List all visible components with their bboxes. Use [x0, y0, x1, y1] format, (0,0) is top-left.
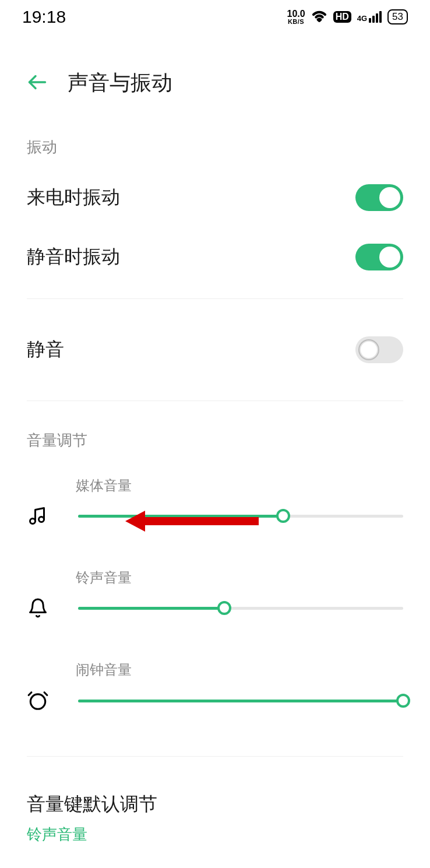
alarm-volume-item: 闹钟音量 [27, 645, 403, 739]
media-volume-item: 媒体音量 [27, 461, 403, 553]
status-bar: 19:18 10.0 KB/S HD 4G 53 [0, 0, 430, 34]
svg-point-3 [30, 694, 45, 709]
row-silent-mode[interactable]: 静音 [0, 311, 430, 389]
hd-icon: HD [333, 11, 351, 23]
media-volume-label: 媒体音量 [76, 476, 403, 495]
ring-volume-item: 铃声音量 [27, 553, 403, 645]
page-title: 声音与振动 [68, 69, 172, 97]
cellular-signal-icon: 4G [357, 11, 382, 23]
media-volume-slider[interactable] [78, 509, 403, 523]
vibrate-on-call-label: 来电时振动 [27, 185, 120, 210]
back-arrow-icon[interactable] [27, 72, 48, 95]
volume-key-title: 音量键默认调节 [27, 792, 403, 817]
silent-mode-toggle[interactable] [355, 336, 403, 363]
vibrate-on-silent-toggle[interactable] [355, 244, 403, 270]
row-vibrate-on-silent[interactable]: 静音时振动 [0, 227, 430, 287]
battery-icon: 53 [387, 9, 408, 24]
volume-key-value: 铃声音量 [27, 824, 403, 845]
status-right: 10.0 KB/S HD 4G 53 [287, 8, 408, 26]
net-speed-icon: 10.0 KB/S [287, 9, 305, 25]
row-vibrate-on-call[interactable]: 来电时振动 [0, 168, 430, 227]
page-header: 声音与振动 [0, 34, 430, 126]
volume-block: 媒体音量 铃声音量 闹钟音量 [0, 461, 430, 744]
divider [27, 756, 403, 757]
row-volume-key-default[interactable]: 音量键默认调节 铃声音量 [0, 768, 430, 856]
ring-volume-slider[interactable] [78, 601, 403, 615]
svg-point-2 [39, 517, 44, 522]
alarm-volume-slider[interactable] [78, 694, 403, 708]
vibrate-on-silent-label: 静音时振动 [27, 244, 120, 270]
divider [27, 298, 403, 299]
alarm-clock-icon [27, 690, 49, 712]
vibrate-on-call-toggle[interactable] [355, 184, 403, 211]
alarm-volume-label: 闹钟音量 [76, 660, 403, 679]
section-volume-label: 音量调节 [0, 413, 430, 461]
wifi-icon [311, 8, 327, 26]
svg-point-1 [30, 519, 36, 524]
music-note-icon [27, 505, 49, 526]
status-time: 19:18 [22, 7, 66, 27]
bell-icon [27, 598, 49, 619]
ring-volume-label: 铃声音量 [76, 568, 403, 587]
silent-mode-label: 静音 [27, 337, 64, 363]
divider [27, 400, 403, 401]
section-vibration-label: 振动 [0, 126, 430, 168]
